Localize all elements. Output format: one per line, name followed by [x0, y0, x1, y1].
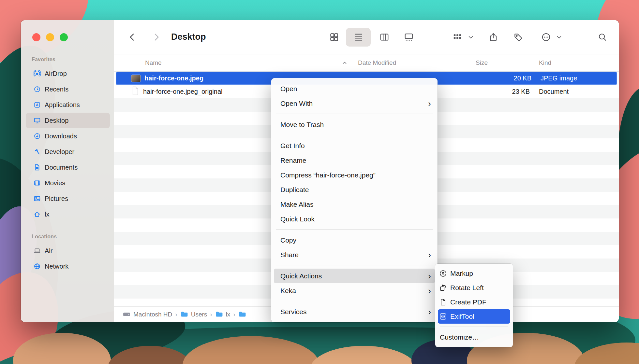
menu-item-share[interactable]: Share ›	[271, 247, 438, 262]
list-view-button[interactable]	[351, 30, 366, 44]
column-header-size[interactable]: Size	[476, 59, 488, 66]
sidebar-item-label: Network	[45, 263, 68, 270]
column-view-button[interactable]	[377, 30, 392, 44]
gallery-view-button[interactable]	[402, 30, 416, 44]
path-item-label: Macintosh HD	[133, 311, 172, 318]
sidebar-item-airdrop[interactable]: AirDrop	[26, 66, 110, 81]
submenu-item-markup[interactable]: Markup	[435, 266, 513, 281]
menu-separator	[440, 327, 508, 327]
column-divider[interactable]	[355, 59, 355, 68]
finder-sidebar: Favorites AirDrop Recents A	[21, 20, 114, 322]
path-item-partially-hidden[interactable]	[238, 310, 246, 318]
column-header-name[interactable]: Name	[145, 59, 162, 66]
sidebar-item-recents[interactable]: Recents	[26, 81, 110, 97]
sidebar-item-label: Downloads	[45, 133, 77, 140]
menu-item-copy[interactable]: Copy	[271, 233, 438, 247]
menu-item-get-info[interactable]: Get Info	[271, 138, 438, 153]
folder-icon	[238, 310, 246, 318]
sidebar-section-locations: Locations	[32, 234, 57, 240]
sidebar-item-label: lx	[45, 211, 49, 218]
sidebar-item-label: Documents	[45, 164, 78, 171]
column-view-icon	[379, 32, 389, 42]
menu-item-services[interactable]: Services ›	[271, 304, 438, 319]
sidebar-item-desktop[interactable]: Desktop	[26, 113, 110, 128]
sidebar-item-developer[interactable]: Developer	[26, 144, 110, 160]
minimize-button[interactable]	[46, 33, 54, 41]
menu-item-compress[interactable]: Compress “hair-force-one.jpeg”	[271, 168, 438, 182]
column-divider[interactable]	[536, 59, 536, 68]
clock-icon	[34, 86, 41, 93]
submenu-item-exiftool[interactable]: ExifTool	[438, 309, 510, 324]
menu-item-move-to-trash[interactable]: Move to Trash	[271, 117, 438, 132]
grid-view-button[interactable]	[327, 30, 341, 44]
sidebar-item-label: Recents	[45, 86, 68, 93]
path-item-macintosh-hd[interactable]: Macintosh HD	[123, 310, 172, 318]
group-by-button[interactable]	[450, 30, 465, 44]
path-item-label: Users	[191, 311, 207, 318]
forward-chevron-icon	[151, 32, 161, 42]
sidebar-item-label: Movies	[45, 179, 65, 187]
close-button[interactable]	[32, 33, 40, 41]
sidebar-item-network[interactable]: Network	[26, 259, 110, 274]
submenu-arrow-icon: ›	[428, 272, 431, 280]
tag-button[interactable]	[511, 30, 526, 44]
sidebar-item-home-lx[interactable]: lx	[26, 206, 110, 222]
rotate-left-icon	[439, 284, 447, 292]
sidebar-item-label: Developer	[45, 148, 74, 156]
menu-item-open-with[interactable]: Open With ›	[271, 96, 438, 111]
context-menu: Open Open With › Move to Trash Get Info …	[271, 78, 438, 322]
sidebar-item-label: Desktop	[45, 117, 68, 124]
desktop-icon	[34, 117, 41, 124]
path-separator-icon: ›	[210, 311, 212, 318]
sidebar-item-downloads[interactable]: Downloads	[26, 128, 110, 144]
column-divider[interactable]	[471, 59, 471, 68]
airdrop-icon	[34, 70, 41, 77]
home-icon	[34, 211, 41, 218]
submenu-item-rotate-left[interactable]: Rotate Left	[435, 281, 513, 295]
markup-icon	[439, 270, 447, 277]
path-item-label: lx	[226, 311, 230, 318]
folder-icon	[180, 310, 188, 318]
search-button[interactable]	[595, 30, 610, 44]
photo-icon	[34, 195, 41, 202]
search-icon	[598, 32, 607, 42]
submenu-arrow-icon: ›	[428, 287, 431, 295]
menu-item-duplicate[interactable]: Duplicate	[271, 182, 438, 197]
drive-icon	[123, 310, 131, 318]
column-header-kind[interactable]: Kind	[539, 59, 551, 66]
share-icon	[488, 32, 498, 42]
file-kind: JPEG image	[541, 75, 577, 82]
group-by-icon	[453, 32, 462, 42]
sidebar-item-label: Air	[45, 247, 52, 255]
menu-item-make-alias[interactable]: Make Alias	[271, 197, 438, 212]
sidebar-item-label: Pictures	[45, 195, 68, 203]
column-header-date-modified[interactable]: Date Modified	[358, 59, 396, 66]
zoom-button[interactable]	[60, 33, 68, 41]
sidebar-item-documents[interactable]: Documents	[26, 160, 110, 175]
sidebar-item-movies[interactable]: Movies	[26, 175, 110, 191]
more-options-chevron[interactable]	[555, 30, 564, 44]
laptop-icon	[34, 247, 41, 254]
menu-item-open[interactable]: Open	[271, 81, 438, 96]
submenu-item-create-pdf[interactable]: Create PDF	[435, 295, 513, 309]
desktop-wallpaper: Favorites AirDrop Recents A	[0, 0, 639, 364]
submenu-item-customize[interactable]: Customize…	[435, 330, 513, 344]
create-pdf-icon	[439, 298, 447, 306]
back-button[interactable]	[125, 30, 140, 44]
sidebar-item-pictures[interactable]: Pictures	[26, 191, 110, 206]
path-item-users[interactable]: Users	[180, 310, 207, 318]
share-button[interactable]	[486, 30, 500, 44]
menu-separator	[276, 135, 433, 135]
menu-item-keka[interactable]: Keka ›	[271, 283, 438, 298]
menu-item-quick-look[interactable]: Quick Look	[271, 212, 438, 226]
menu-item-rename[interactable]: Rename	[271, 153, 438, 168]
grid-view-icon	[329, 32, 339, 42]
menu-item-quick-actions[interactable]: Quick Actions ›	[274, 269, 435, 283]
path-separator-icon: ›	[175, 311, 177, 318]
sidebar-item-applications[interactable]: A Applications	[26, 97, 110, 113]
forward-button[interactable]	[149, 30, 163, 44]
group-by-chevron[interactable]	[466, 30, 475, 44]
more-options-button[interactable]	[539, 30, 553, 44]
path-item-lx[interactable]: lx	[215, 310, 230, 318]
sidebar-item-air[interactable]: Air	[26, 243, 110, 259]
